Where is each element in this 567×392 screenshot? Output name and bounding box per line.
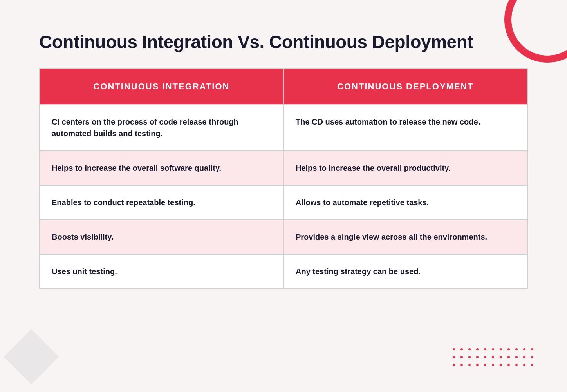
ci-cell: Helps to increase the overall software q…: [40, 151, 284, 185]
table-row: Helps to increase the overall software q…: [40, 151, 527, 185]
cd-cell: Any testing strategy can be used.: [284, 254, 527, 289]
ci-cell: CI centers on the process of code releas…: [40, 105, 284, 151]
table-row: CI centers on the process of code releas…: [40, 105, 527, 151]
ci-header: CONTINUOUS INTEGRATION: [40, 69, 284, 105]
ci-cell: Enables to conduct repeatable testing.: [40, 185, 284, 220]
decorative-dots: [453, 348, 536, 369]
page-title: Continuous Integration Vs. Continuous De…: [39, 31, 528, 52]
cd-header: CONTINUOUS DEPLOYMENT: [284, 69, 527, 105]
table-row: Boosts visibility.Provides a single view…: [40, 220, 527, 254]
ci-cell: Uses unit testing.: [40, 254, 284, 289]
comparison-table: CONTINUOUS INTEGRATION CONTINUOUS DEPLOY…: [39, 68, 528, 289]
ci-cell: Boosts visibility.: [40, 220, 284, 254]
cd-cell: Allows to automate repetitive tasks.: [284, 185, 527, 220]
table-row: Uses unit testing.Any testing strategy c…: [40, 254, 527, 289]
table-row: Enables to conduct repeatable testing.Al…: [40, 185, 527, 220]
cd-cell: Provides a single view across all the en…: [284, 220, 527, 254]
main-content: Continuous Integration Vs. Continuous De…: [39, 31, 528, 289]
cd-cell: Helps to increase the overall productivi…: [284, 151, 527, 185]
cd-cell: The CD uses automation to release the ne…: [284, 105, 527, 151]
decorative-diamond: [4, 329, 59, 384]
